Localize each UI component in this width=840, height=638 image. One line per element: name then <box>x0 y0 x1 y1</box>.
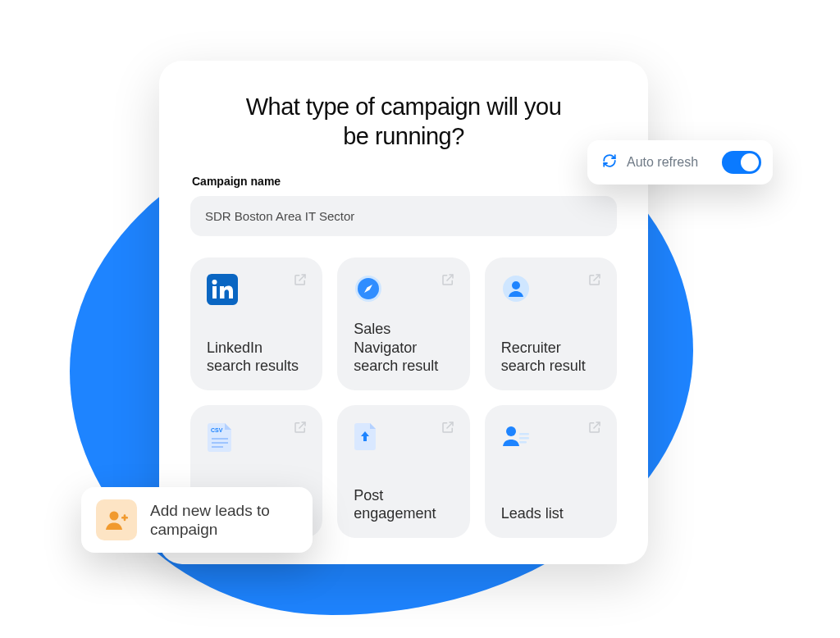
external-link-icon <box>587 272 602 290</box>
tile-label: Sales Navigator search result <box>354 320 454 376</box>
add-leads-label: Add new leads to campaign <box>150 501 298 539</box>
svg-rect-15 <box>519 441 527 444</box>
tile-post-engagement[interactable]: Post engagement <box>337 405 469 538</box>
svg-point-12 <box>506 426 516 436</box>
tile-linkedin-search-results[interactable]: LinkedIn search results <box>190 257 322 390</box>
campaign-name-input[interactable] <box>190 196 617 236</box>
add-person-icon <box>96 499 137 540</box>
svg-rect-1 <box>212 286 217 298</box>
svg-point-16 <box>110 512 119 521</box>
svg-rect-11 <box>212 446 223 448</box>
person-list-icon <box>501 422 534 454</box>
add-leads-chip[interactable]: Add new leads to campaign <box>81 487 313 553</box>
svg-rect-13 <box>519 433 529 435</box>
tile-leads-list[interactable]: Leads list <box>485 405 617 538</box>
tile-sales-navigator[interactable]: Sales Navigator search result <box>337 257 469 390</box>
refresh-icon <box>602 153 617 171</box>
csv-file-icon: CSV <box>207 422 240 454</box>
compass-icon <box>354 274 386 307</box>
tile-label: Leads list <box>501 504 602 523</box>
external-link-icon <box>441 420 455 438</box>
campaign-name-label: Campaign name <box>192 175 617 188</box>
svg-rect-18 <box>124 514 126 521</box>
linkedin-icon <box>207 274 240 307</box>
svg-rect-10 <box>212 442 228 444</box>
toggle-knob <box>741 153 759 171</box>
auto-refresh-chip: Auto refresh <box>587 140 773 185</box>
tile-label: Post engagement <box>354 486 454 523</box>
external-link-icon <box>293 420 308 438</box>
auto-refresh-label: Auto refresh <box>627 155 712 170</box>
svg-rect-14 <box>519 437 529 440</box>
tile-recruiter[interactable]: Recruiter search result <box>485 257 617 390</box>
svg-point-7 <box>512 281 520 289</box>
tile-label: Recruiter search result <box>501 339 602 376</box>
external-link-icon <box>441 272 455 290</box>
svg-point-2 <box>212 280 217 285</box>
svg-rect-9 <box>212 438 228 440</box>
auto-refresh-toggle[interactable] <box>722 151 761 174</box>
external-link-icon <box>587 420 602 438</box>
upload-file-icon <box>354 422 386 454</box>
person-circle-icon <box>501 274 534 307</box>
page-title: What type of campaign will you be runnin… <box>231 92 576 152</box>
svg-text:CSV: CSV <box>211 427 223 433</box>
tile-label: LinkedIn search results <box>207 339 308 376</box>
external-link-icon <box>293 272 308 290</box>
